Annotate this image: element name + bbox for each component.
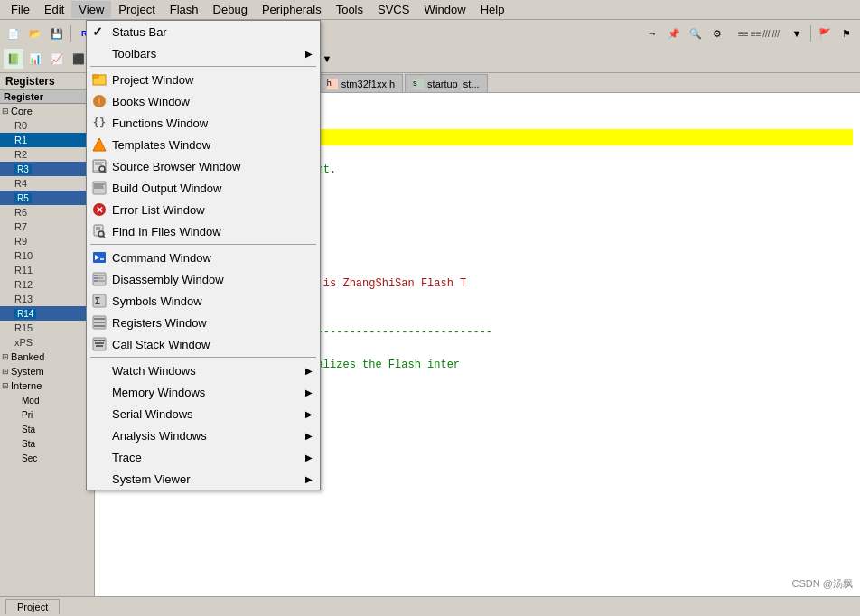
reg-row-r13[interactable]: R13 bbox=[0, 292, 94, 306]
menu-item-command-window[interactable]: Command Window bbox=[87, 247, 320, 268]
reg-table[interactable]: ⊟ Core R0 R1 R2 R3 bbox=[0, 104, 94, 596]
toolbar2-1[interactable]: 📗 bbox=[4, 49, 23, 69]
menu-item-trace[interactable]: Trace ▶ bbox=[87, 446, 320, 468]
menu-item-serial-windows[interactable]: Serial Windows ▶ bbox=[87, 403, 320, 425]
reg-row-r4[interactable]: R4 bbox=[0, 176, 94, 191]
reg-group-core[interactable]: ⊟ Core bbox=[0, 104, 94, 118]
reg-row-xps[interactable]: xPS bbox=[0, 335, 94, 350]
reg-row-r6[interactable]: R6 bbox=[0, 205, 94, 219]
call-stack-icon bbox=[90, 335, 108, 353]
menu-item-registers-window[interactable]: Registers Window bbox=[87, 312, 320, 333]
view-menu-dropdown: ✓ Status Bar Toolbars ▶ Project Window bbox=[86, 20, 321, 490]
menu-item-source-browser[interactable]: Source Browser Window bbox=[87, 155, 320, 177]
command-window-icon bbox=[90, 248, 108, 266]
reg-row-r11[interactable]: R11 bbox=[0, 263, 94, 277]
analysis-windows-label: Analysis Windows bbox=[112, 429, 207, 443]
reg-row-r12[interactable]: R12 bbox=[0, 277, 94, 292]
reg-pri-name: Pri bbox=[22, 410, 33, 420]
reg-row-mod[interactable]: Mod bbox=[0, 393, 94, 407]
reg-row-r1[interactable]: R1 bbox=[0, 133, 94, 147]
toolbar-right-2[interactable]: 📌 bbox=[664, 23, 684, 43]
menu-item-status-bar[interactable]: ✓ Status Bar bbox=[87, 21, 320, 42]
functions-window-icon: {} bbox=[90, 114, 108, 132]
menu-item-watch-windows[interactable]: Watch Windows ▶ bbox=[87, 359, 320, 381]
svg-line-18 bbox=[103, 236, 105, 238]
reg-sta2-name: Sta bbox=[22, 439, 35, 449]
toolbar-arrow-down[interactable]: ▼ bbox=[787, 23, 807, 43]
reg-group-interne[interactable]: ⊟ Interne bbox=[0, 378, 94, 393]
menu-item-analysis-windows[interactable]: Analysis Windows ▶ bbox=[87, 425, 320, 446]
toolbar-flag[interactable]: 🚩 bbox=[815, 23, 835, 43]
menu-window[interactable]: Window bbox=[416, 1, 472, 18]
menu-item-find-files[interactable]: Find In Files Window bbox=[87, 220, 320, 242]
menu-item-templates-window[interactable]: Templates Window bbox=[87, 134, 320, 155]
reg-r5-name: R5 bbox=[14, 193, 32, 203]
menu-edit[interactable]: Edit bbox=[37, 1, 71, 18]
menu-item-disassembly[interactable]: Disassembly Window bbox=[87, 268, 320, 290]
menu-debug[interactable]: Debug bbox=[206, 1, 255, 18]
reg-group-system[interactable]: ⊞ System bbox=[0, 364, 94, 378]
menu-item-memory-windows[interactable]: Memory Windows ▶ bbox=[87, 381, 320, 403]
menu-item-symbols[interactable]: Σ Symbols Window bbox=[87, 290, 320, 312]
toolbar-save-btn[interactable]: 💾 bbox=[47, 23, 67, 43]
reg-row-r2[interactable]: R2 bbox=[0, 147, 94, 162]
error-list-label: Error List Window bbox=[112, 203, 205, 217]
reg-row-r7[interactable]: R7 bbox=[0, 219, 94, 234]
menu-file[interactable]: File bbox=[4, 1, 37, 18]
toolbar-right-1[interactable]: → bbox=[642, 23, 662, 43]
menu-item-project-window[interactable]: Project Window bbox=[87, 69, 320, 90]
reg-row-r14[interactable]: R14 bbox=[0, 306, 94, 321]
reg-r14-name: R14 bbox=[14, 309, 36, 319]
reg-row-r0[interactable]: R0 bbox=[0, 118, 94, 133]
menu-view[interactable]: View bbox=[71, 1, 111, 18]
reg-row-r3[interactable]: R3 bbox=[0, 162, 94, 176]
menu-svcs[interactable]: SVCS bbox=[370, 1, 416, 18]
reg-row-sta2[interactable]: Sta bbox=[0, 436, 94, 451]
menu-item-error-list[interactable]: ✕ Error List Window bbox=[87, 199, 320, 220]
menu-item-functions-window[interactable]: {} Functions Window bbox=[87, 112, 320, 134]
toolbar-flag2[interactable]: ⚑ bbox=[837, 23, 856, 43]
reg-group-system-label: System bbox=[11, 366, 44, 377]
reg-row-r5[interactable]: R5 bbox=[0, 191, 94, 205]
reg-row-r10[interactable]: R10 bbox=[0, 248, 94, 263]
system-viewer-label: System Viewer bbox=[112, 472, 190, 486]
svg-text:Σ: Σ bbox=[95, 296, 100, 306]
toolbar-new-btn[interactable]: 📄 bbox=[4, 23, 23, 43]
toolbar2-2[interactable]: 📊 bbox=[25, 49, 45, 69]
menu-flash[interactable]: Flash bbox=[163, 1, 206, 18]
menu-help[interactable]: Help bbox=[473, 1, 512, 18]
menu-item-system-viewer[interactable]: System Viewer ▶ bbox=[87, 468, 320, 490]
menu-peripherals[interactable]: Peripherals bbox=[255, 1, 329, 18]
bottom-tab-project[interactable]: Project bbox=[5, 599, 60, 614]
tab-startup[interactable]: s startup_st... bbox=[405, 74, 487, 92]
reg-row-sec[interactable]: Sec bbox=[0, 451, 94, 465]
call-stack-label: Call Stack Window bbox=[112, 338, 210, 351]
reg-group-banked-label: Banked bbox=[11, 351, 44, 362]
watch-windows-label: Watch Windows bbox=[112, 364, 196, 378]
reg-row-r15[interactable]: R15 bbox=[0, 321, 94, 335]
toolbar-right-3[interactable]: 🔍 bbox=[686, 23, 706, 43]
menu-item-build-output[interactable]: Build Output Window bbox=[87, 177, 320, 199]
toolbars-label: Toolbars bbox=[112, 47, 156, 61]
reg-group-banked[interactable]: ⊞ Banked bbox=[0, 350, 94, 364]
reg-row-sta1[interactable]: Sta bbox=[0, 422, 94, 436]
svg-rect-1 bbox=[93, 75, 98, 78]
menu-item-books-window[interactable]: Books Window bbox=[87, 90, 320, 112]
expand-core-icon: ⊟ bbox=[2, 107, 9, 116]
project-window-label: Project Window bbox=[112, 73, 193, 87]
reg-r3-name: R3 bbox=[14, 164, 32, 174]
menu-item-toolbars[interactable]: Toolbars ▶ bbox=[87, 42, 320, 64]
reg-row-r9[interactable]: R9 bbox=[0, 234, 94, 248]
toolbar-open-btn[interactable]: 📂 bbox=[25, 23, 45, 43]
menu-item-call-stack[interactable]: Call Stack Window bbox=[87, 333, 320, 355]
analysis-windows-arrow-icon: ▶ bbox=[305, 431, 313, 441]
svg-text:✕: ✕ bbox=[96, 205, 103, 215]
toolbar2-3[interactable]: 📈 bbox=[47, 49, 67, 69]
toolbar-right-4[interactable]: ⚙ bbox=[707, 23, 727, 43]
reg-r15-name: R15 bbox=[14, 322, 51, 333]
tab-stm32f1xx[interactable]: h stm32f1xx.h bbox=[319, 74, 403, 92]
reg-r13-name: R13 bbox=[14, 294, 51, 304]
menu-tools[interactable]: Tools bbox=[329, 1, 370, 18]
reg-row-pri[interactable]: Pri bbox=[0, 407, 94, 422]
menu-project[interactable]: Project bbox=[111, 1, 162, 18]
